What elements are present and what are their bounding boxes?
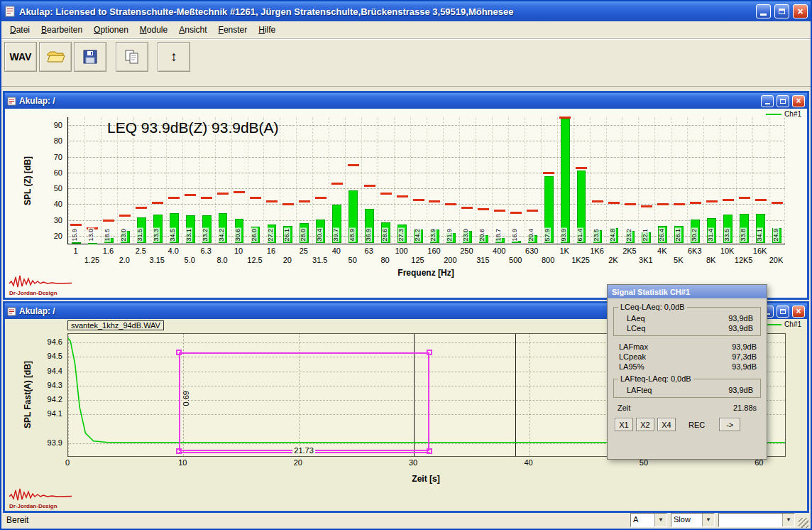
menu-item-bearbeiten[interactable]: Bearbeiten: [35, 23, 88, 37]
bar-value-label: 20.6: [479, 228, 485, 242]
gridline-v: [671, 117, 671, 244]
max-hold-marker: [185, 194, 196, 196]
x-tick-label: 2.5: [136, 247, 146, 255]
max-hold-marker: [429, 200, 440, 202]
time-maximize-button[interactable]: [777, 305, 789, 318]
save-button[interactable]: [74, 42, 106, 72]
time-weighting-combo[interactable]: Slow ▼: [671, 513, 715, 527]
menu-item-fenster[interactable]: Fenster: [213, 23, 253, 37]
chevron-down-icon[interactable]: ▼: [782, 514, 794, 526]
selection-handle[interactable]: [427, 350, 432, 355]
bar-value-label: 28.6: [382, 228, 388, 242]
spectrum-minimize-button[interactable]: [761, 95, 774, 107]
bar-value-label: 27.3: [398, 228, 405, 242]
resize-grip[interactable]: [799, 518, 808, 528]
menu-item-hilfe[interactable]: Hilfe: [253, 23, 281, 37]
bar-value-label: 26.0: [251, 228, 258, 242]
selection-handle[interactable]: [176, 350, 182, 355]
stat-name: LCpeak: [619, 352, 646, 361]
spectrum-window-title: Akulap: /: [19, 96, 758, 106]
group-rows: LAeq93,9dBLCeq93,9dB: [617, 313, 757, 333]
y-tick-label: 94.4: [48, 367, 62, 375]
bar-value-label: 23.5: [593, 228, 600, 242]
menu-item-optionen[interactable]: Optionen: [88, 23, 134, 37]
zoom-x2-button[interactable]: X2: [636, 418, 654, 431]
bar-value-label: 33.2: [202, 228, 209, 242]
y-tick-label: 94.2: [48, 395, 62, 404]
document-icon: [7, 307, 16, 316]
menu-item-ansicht[interactable]: Ansicht: [173, 23, 212, 37]
max-hold-marker: [217, 193, 229, 195]
x-tick-label: 400: [493, 247, 505, 255]
main-titlebar[interactable]: Akulap: Licensed to Stratenschulte-Meßte…: [1, 1, 811, 21]
stat-row: LAFmax93,9dB: [613, 342, 761, 352]
gridline-v: [720, 117, 720, 244]
x-tick-label: 8.0: [216, 256, 227, 264]
menu-item-datei[interactable]: Datei: [4, 23, 35, 37]
selection-handle[interactable]: [427, 448, 432, 454]
chevron-down-icon[interactable]: ▼: [702, 514, 714, 526]
minimize-icon: [760, 13, 767, 16]
copy-button[interactable]: [116, 42, 148, 72]
minimize-button[interactable]: [756, 4, 771, 18]
stat-value: 93,9dB: [728, 314, 753, 323]
spectrum-close-button[interactable]: ×: [792, 95, 805, 107]
max-hold-marker: [413, 199, 424, 201]
x-tick-label: 4K: [657, 247, 666, 255]
bar-value-label: 31.5: [137, 228, 143, 242]
zeit-row: Zeit 21.88s: [613, 402, 761, 413]
max-hold-marker: [772, 202, 783, 204]
spectrum-titlebar[interactable]: Akulap: / ×: [5, 93, 807, 109]
selection-handle[interactable]: [176, 448, 182, 454]
zoom-x4-button[interactable]: X4: [657, 418, 676, 431]
maximize-button[interactable]: [774, 4, 789, 18]
time-close-button[interactable]: ×: [792, 305, 805, 318]
vendor-logo: Dr-Jordan-Design: [9, 488, 75, 509]
x-tick-label: 315: [476, 256, 489, 264]
time-weighting-combo-value: Slow: [671, 514, 702, 526]
selection-rect[interactable]: [179, 352, 429, 451]
gridline-v: [443, 117, 444, 244]
chevron-down-icon[interactable]: ▼: [654, 514, 666, 526]
spectrum-plot: LEQ 93.9dB(Z) 93.9dB(A) 15.913.018.523.0…: [67, 117, 785, 244]
gridline-v: [574, 117, 574, 244]
y-tick-label: 20: [54, 232, 62, 240]
wav-button[interactable]: WAV: [4, 42, 37, 72]
x-tick-label: 20: [294, 458, 302, 467]
selection-width-label: 21.73: [292, 446, 315, 455]
x-tick-label: 800: [542, 256, 554, 264]
bar-value-label: 15.9: [72, 228, 78, 242]
device-combo[interactable]: ▼: [718, 513, 795, 527]
close-button[interactable]: ×: [793, 4, 808, 18]
zeit-label: Zeit: [618, 404, 630, 412]
statistik-titlebar[interactable]: Signal Statistik CH#1: [608, 285, 767, 298]
bar-value-label: 48.9: [349, 228, 356, 242]
bar-value-label: 27.2: [268, 228, 274, 242]
x-tick-label: 3.15: [150, 256, 165, 264]
weighting-combo[interactable]: A ▼: [630, 513, 667, 527]
updown-arrow-icon: ↕: [170, 49, 177, 65]
gridline-v: [427, 117, 427, 244]
mdi-area: Akulap: / × Ch#1 SPL (Z) [dB] 2030405060…: [1, 87, 811, 510]
bar-value-label: 18.7: [495, 228, 502, 242]
gridline-v: [752, 117, 753, 244]
legend-line-icon: [766, 114, 781, 115]
gridline-v: [280, 117, 280, 244]
app-icon: [4, 6, 16, 17]
menu-item-module[interactable]: Module: [134, 23, 173, 37]
stat-row: LAFteq93,9dB: [617, 385, 757, 395]
bar-value-label: 24.9: [773, 228, 779, 242]
spectrum-maximize-button[interactable]: [777, 95, 789, 107]
gridline-v: [345, 117, 346, 244]
x-tick-label: 200: [444, 256, 456, 264]
group-label: LAFteq-LAeq: 0,0dB: [618, 374, 693, 383]
advance-button[interactable]: ->: [719, 418, 740, 431]
max-hold-marker: [510, 212, 522, 214]
updown-button[interactable]: ↕: [158, 42, 190, 72]
zoom-x1-button[interactable]: X1: [615, 418, 633, 431]
open-button[interactable]: [39, 42, 72, 72]
gridline-v: [703, 117, 704, 244]
bar-value-label: 18.5: [104, 228, 111, 242]
x-tick-label: 20: [283, 256, 292, 264]
menubar: DateiBearbeitenOptionenModuleAnsichtFens…: [1, 21, 811, 38]
